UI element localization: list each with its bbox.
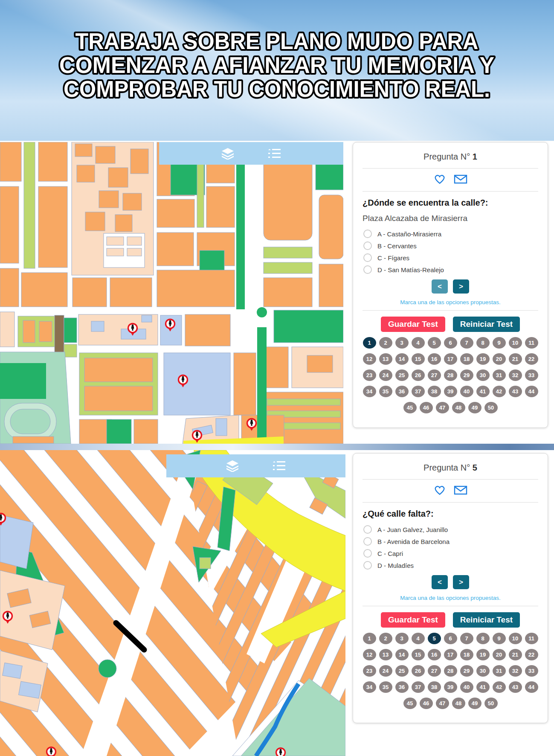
question-number-button[interactable]: 29 (460, 369, 473, 381)
question-number-button[interactable]: 34 (363, 386, 376, 397)
question-number-button[interactable]: 15 (412, 353, 425, 365)
reset-test-button[interactable]: Reiniciar Test (453, 317, 520, 332)
question-number-button[interactable]: 38 (428, 681, 441, 693)
question-number-button[interactable]: 10 (509, 633, 522, 644)
question-number-button[interactable]: 22 (525, 649, 538, 660)
save-test-button[interactable]: Guardar Test (381, 317, 445, 332)
question-number-button[interactable]: 22 (525, 353, 538, 365)
question-number-button[interactable]: 17 (444, 649, 457, 660)
radio-icon[interactable] (363, 537, 372, 546)
question-number-button[interactable]: 13 (379, 649, 392, 660)
question-number-button[interactable]: 23 (363, 369, 376, 381)
question-number-button[interactable]: 28 (444, 665, 457, 677)
question-number-button[interactable]: 31 (493, 369, 506, 381)
question-number-button[interactable]: 39 (444, 386, 457, 397)
question-number-button[interactable]: 18 (460, 353, 473, 365)
question-number-button[interactable]: 49 (468, 402, 481, 413)
heart-icon[interactable] (433, 485, 446, 497)
question-number-button[interactable]: 9 (493, 337, 506, 349)
radio-icon[interactable] (363, 253, 372, 262)
question-number-button[interactable]: 14 (395, 353, 409, 365)
question-number-button[interactable]: 26 (412, 665, 425, 677)
question-number-button[interactable]: 47 (436, 698, 449, 709)
layers-icon[interactable] (220, 147, 235, 160)
question-number-button[interactable]: 10 (509, 337, 522, 349)
question-number-button[interactable]: 46 (420, 402, 433, 413)
next-question-button[interactable]: > (453, 575, 469, 589)
answer-option[interactable]: A - Castaño-Mirasierra (363, 228, 538, 240)
question-number-button[interactable]: 37 (412, 386, 425, 397)
radio-icon[interactable] (363, 241, 372, 250)
question-number-button[interactable]: 27 (428, 665, 441, 677)
prev-question-button[interactable]: < (432, 575, 448, 589)
question-number-button[interactable]: 30 (476, 369, 490, 381)
question-number-button[interactable]: 48 (452, 402, 465, 413)
question-number-button[interactable]: 35 (379, 386, 392, 397)
answer-option[interactable]: D - San Matías-Realejo (363, 264, 538, 276)
question-number-button[interactable]: 11 (525, 633, 538, 644)
radio-icon[interactable] (363, 525, 372, 534)
question-number-button[interactable]: 21 (509, 353, 522, 365)
question-number-button[interactable]: 45 (403, 698, 417, 709)
city-map-1[interactable] (0, 142, 343, 444)
question-number-button[interactable]: 30 (476, 665, 490, 677)
question-number-button[interactable]: 7 (460, 337, 473, 349)
question-number-button[interactable]: 3 (395, 337, 409, 349)
question-number-button[interactable]: 44 (525, 386, 538, 397)
question-number-button[interactable]: 24 (379, 369, 392, 381)
question-number-button[interactable]: 42 (493, 386, 506, 397)
question-number-button[interactable]: 27 (428, 369, 441, 381)
question-number-button[interactable]: 25 (395, 369, 409, 381)
question-number-button[interactable]: 41 (476, 386, 490, 397)
question-number-button[interactable]: 24 (379, 665, 392, 677)
question-number-button[interactable]: 43 (509, 386, 522, 397)
question-number-button[interactable]: 17 (444, 353, 457, 365)
question-number-button[interactable]: 40 (460, 386, 473, 397)
radio-icon[interactable] (363, 549, 372, 558)
question-number-button[interactable]: 42 (493, 681, 506, 693)
question-number-button[interactable]: 19 (476, 353, 490, 365)
question-number-button[interactable]: 5 (428, 633, 441, 644)
question-number-button[interactable]: 1 (363, 337, 376, 349)
question-number-button[interactable]: 12 (363, 353, 376, 365)
answer-option[interactable]: D - Muladíes (363, 559, 538, 571)
list-icon[interactable] (272, 459, 287, 472)
question-number-button[interactable]: 50 (484, 402, 498, 413)
question-number-button[interactable]: 8 (476, 633, 490, 644)
question-number-button[interactable]: 33 (525, 665, 538, 677)
question-number-button[interactable]: 4 (412, 337, 425, 349)
question-number-button[interactable]: 49 (468, 698, 481, 709)
answer-option[interactable]: C - Fígares (363, 252, 538, 264)
layers-icon[interactable] (225, 459, 240, 472)
question-number-button[interactable]: 20 (493, 649, 506, 660)
question-number-button[interactable]: 38 (428, 386, 441, 397)
question-number-button[interactable]: 9 (493, 633, 506, 644)
prev-question-button[interactable]: < (432, 279, 448, 294)
list-icon[interactable] (267, 147, 282, 160)
question-number-button[interactable]: 25 (395, 665, 409, 677)
question-number-button[interactable]: 31 (493, 665, 506, 677)
question-number-button[interactable]: 39 (444, 681, 457, 693)
question-number-button[interactable]: 40 (460, 681, 473, 693)
envelope-icon[interactable] (454, 485, 467, 497)
question-number-button[interactable]: 36 (395, 386, 409, 397)
question-number-button[interactable]: 47 (436, 402, 449, 413)
question-number-button[interactable]: 2 (379, 633, 392, 644)
question-number-button[interactable]: 35 (379, 681, 392, 693)
question-number-button[interactable]: 29 (460, 665, 473, 677)
question-number-button[interactable]: 1 (363, 633, 376, 644)
question-number-button[interactable]: 34 (363, 681, 376, 693)
question-number-button[interactable]: 50 (484, 698, 498, 709)
envelope-icon[interactable] (454, 174, 467, 186)
question-number-button[interactable]: 2 (379, 337, 392, 349)
answer-option[interactable]: A - Juan Galvez, Juanillo (363, 523, 538, 535)
question-number-button[interactable]: 3 (395, 633, 409, 644)
question-number-button[interactable]: 14 (395, 649, 409, 660)
answer-option[interactable]: B - Avenida de Barcelona (363, 535, 538, 547)
radio-icon[interactable] (363, 561, 372, 570)
answer-option[interactable]: B - Cervantes (363, 240, 538, 252)
question-number-button[interactable]: 46 (420, 698, 433, 709)
question-number-button[interactable]: 28 (444, 369, 457, 381)
question-number-button[interactable]: 18 (460, 649, 473, 660)
question-number-button[interactable]: 45 (403, 402, 417, 413)
